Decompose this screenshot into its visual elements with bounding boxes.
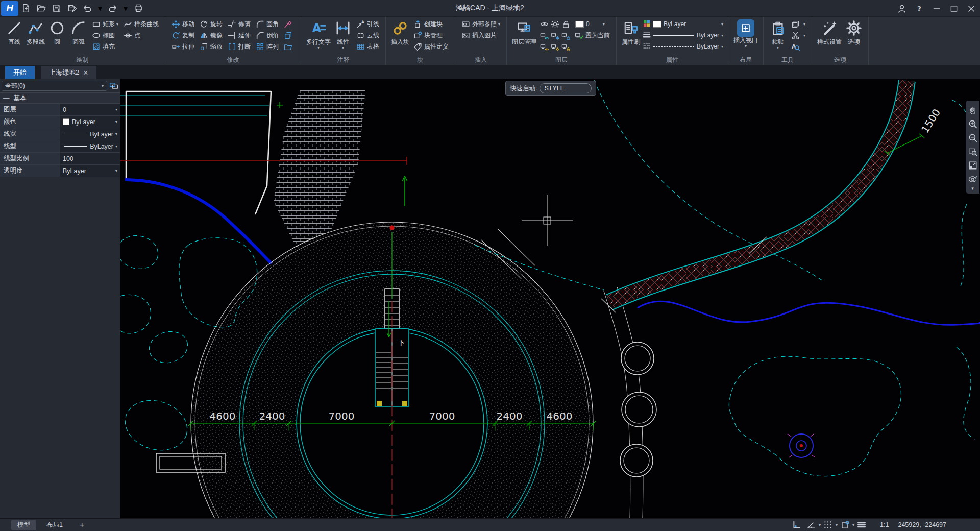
save-button[interactable]: [49, 1, 64, 15]
polar-tracking-toggle[interactable]: [804, 520, 818, 529]
sun-button[interactable]: [550, 20, 560, 29]
drawing-canvas[interactable]: 下 4600 2400 7000: [120, 79, 980, 518]
layer-freeze-button[interactable]: [550, 31, 560, 40]
close-tab-icon[interactable]: ✕: [83, 69, 88, 77]
match-properties-button[interactable]: 属性刷: [620, 18, 642, 51]
selection-filter-dropdown[interactable]: 全部(0)▾: [2, 81, 107, 91]
arc-button[interactable]: 圆弧: [68, 18, 89, 51]
viewport-scale[interactable]: 1:1: [880, 521, 889, 528]
open-file-button[interactable]: [34, 1, 49, 15]
rectangle-button[interactable]: 矩形▾: [90, 18, 120, 30]
pan-button[interactable]: [967, 103, 978, 117]
section-header-basic[interactable]: — 基本: [0, 92, 120, 104]
property-value-linetype[interactable]: ByLayer▾: [60, 140, 120, 152]
insert-viewport-button[interactable]: 插入视口▾: [732, 18, 760, 49]
save-as-button[interactable]: [64, 1, 80, 15]
orbit-button[interactable]: [967, 172, 978, 186]
insert-block-button[interactable]: 插入块: [389, 18, 411, 51]
tab-model[interactable]: 模型: [11, 520, 36, 530]
add-layout-button[interactable]: ＋: [73, 520, 91, 530]
layer-manager-button[interactable]: 图层管理: [510, 18, 538, 51]
snap-grid-toggle[interactable]: [821, 520, 835, 529]
layer-filter-icon[interactable]: [109, 81, 118, 90]
leader-button[interactable]: A引线: [355, 18, 381, 30]
chamfer-button[interactable]: 倒角: [254, 30, 280, 41]
find-replace-button[interactable]: A: [790, 41, 807, 52]
zoom-out-button[interactable]: [967, 131, 978, 144]
redo-button[interactable]: [105, 1, 120, 15]
lineweight-dropdown[interactable]: ByLayer▾: [643, 30, 723, 41]
minimize-icon[interactable]: [928, 2, 945, 16]
property-value-color[interactable]: ByLayer▾: [60, 116, 120, 128]
block-manager-button[interactable]: 块管理: [412, 30, 450, 41]
line-button[interactable]: 直线: [4, 18, 25, 51]
style-settings-button[interactable]: 样式设置: [816, 18, 843, 51]
maximize-icon[interactable]: [945, 2, 963, 16]
paste-button[interactable]: 粘贴▾: [767, 18, 789, 51]
linear-dimension-button[interactable]: 线性▾: [332, 18, 354, 51]
trim-button[interactable]: 修剪: [226, 18, 252, 30]
set-current-layer-button[interactable]: 置为当前: [573, 30, 611, 41]
array-button[interactable]: 阵列: [254, 41, 280, 52]
redo-dropdown-icon[interactable]: ▾: [120, 1, 131, 15]
explode-button[interactable]: [282, 41, 296, 52]
point-button[interactable]: 点: [122, 30, 160, 41]
user-icon[interactable]: [893, 2, 911, 16]
layer-select-dropdown[interactable]: 0▾: [573, 20, 605, 28]
linetype-dropdown[interactable]: ByLayer▾: [643, 41, 723, 52]
print-button[interactable]: [131, 1, 146, 15]
lineweight-display-toggle[interactable]: [854, 520, 869, 529]
revision-cloud-button[interactable]: 云线: [355, 30, 381, 41]
circle-button[interactable]: 圆: [46, 18, 68, 51]
move-button[interactable]: 移动: [170, 18, 196, 30]
offset-button[interactable]: [282, 30, 296, 41]
zoom-extents-button[interactable]: [967, 158, 978, 172]
undo-button[interactable]: [80, 1, 95, 15]
scale-button[interactable]: 缩放: [198, 41, 224, 52]
undo-dropdown-icon[interactable]: ▾: [95, 1, 105, 15]
object-color-dropdown[interactable]: ByLayer▾: [643, 18, 723, 30]
external-reference-button[interactable]: 外部参照▾: [460, 18, 502, 30]
eye-button[interactable]: [539, 20, 550, 29]
property-value-transparency[interactable]: ByLayer▾: [60, 165, 120, 177]
hatch-button[interactable]: 填充: [90, 41, 120, 52]
layer-unlock-button[interactable]: [560, 42, 571, 51]
help-icon[interactable]: ?: [911, 2, 928, 16]
close-icon[interactable]: [963, 2, 980, 16]
table-button[interactable]: 表格: [355, 41, 381, 52]
object-snap-toggle[interactable]: [838, 520, 852, 529]
copy-button[interactable]: 复制: [170, 30, 196, 41]
new-file-button[interactable]: [18, 1, 34, 15]
layer-thaw-button[interactable]: [550, 42, 560, 51]
tab-document[interactable]: 上海绿地2✕: [41, 66, 96, 79]
spline-button[interactable]: 样条曲线: [122, 18, 160, 30]
stretch-button[interactable]: 拉伸: [170, 41, 196, 52]
zoom-in-button[interactable]: [967, 117, 978, 131]
fillet-button[interactable]: 圆角: [254, 18, 280, 30]
property-value-layer[interactable]: 0▾: [60, 104, 120, 115]
polyline-button[interactable]: 多段线: [25, 18, 46, 51]
tab-start[interactable]: 开始: [5, 66, 35, 79]
layer-off-button[interactable]: [539, 31, 550, 40]
create-block-button[interactable]: 创建块: [412, 18, 450, 30]
quick-launch-input[interactable]: [540, 83, 592, 93]
cut-button[interactable]: ▾: [790, 30, 807, 41]
ortho-toggle[interactable]: [790, 520, 804, 529]
zoom-window-button[interactable]: [967, 144, 978, 158]
copy-clip-button[interactable]: ▾: [790, 18, 807, 30]
property-value-lineweight[interactable]: ByLayer▾: [60, 128, 120, 140]
ellipse-button[interactable]: 椭圆: [90, 30, 120, 41]
property-value-linetype-scale[interactable]: 100: [60, 153, 120, 164]
options-button[interactable]: 选项: [843, 18, 865, 51]
layer-on-button[interactable]: [539, 42, 550, 51]
mirror-button[interactable]: 镜像: [198, 30, 224, 41]
chevron-down-icon[interactable]: ▾: [971, 186, 974, 192]
mtext-button[interactable]: A多行文字▾: [305, 18, 332, 51]
attribute-define-button[interactable]: 属性定义: [412, 41, 450, 52]
layer-lock-button[interactable]: [560, 31, 571, 40]
rotate-button[interactable]: 旋转: [198, 18, 224, 30]
insert-image-button[interactable]: 插入图片: [460, 30, 502, 41]
unlock-button[interactable]: [560, 20, 571, 29]
tab-layout1[interactable]: 布局1: [40, 520, 69, 530]
erase-button[interactable]: [282, 18, 296, 30]
